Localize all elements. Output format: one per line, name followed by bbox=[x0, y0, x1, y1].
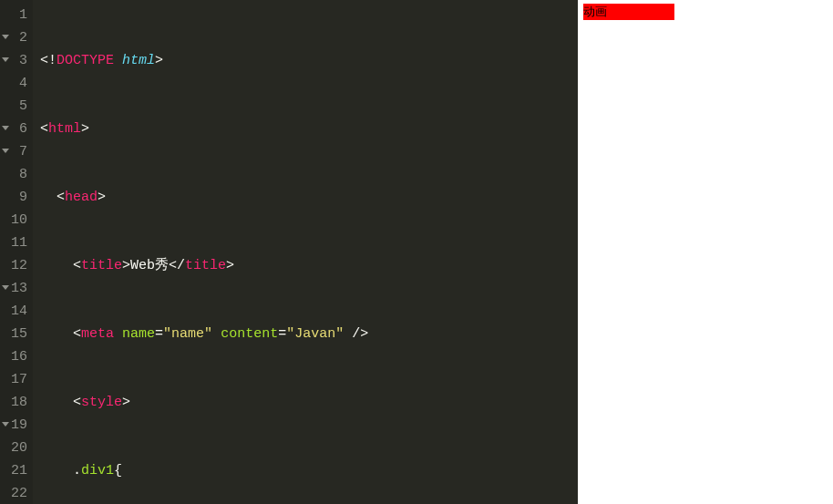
fold-marker-icon[interactable] bbox=[2, 57, 9, 62]
fold-marker-icon[interactable] bbox=[2, 126, 9, 130]
code-line[interactable]: <!DOCTYPE html> bbox=[40, 49, 578, 72]
line-number: 12 bbox=[4, 254, 27, 277]
line-number: 8 bbox=[4, 163, 27, 186]
fold-marker-icon[interactable] bbox=[2, 422, 9, 427]
code-line[interactable]: <style> bbox=[40, 391, 578, 414]
line-number: 15 bbox=[4, 323, 27, 345]
line-number: 9 bbox=[4, 186, 27, 209]
code-area[interactable]: <!DOCTYPE html> <html> <head> <title>Web… bbox=[33, 0, 578, 504]
line-number: 19 bbox=[4, 414, 27, 437]
preview-div1[interactable]: 动画 bbox=[583, 4, 674, 20]
line-number: 2 bbox=[4, 26, 27, 49]
line-number: 3 bbox=[4, 49, 27, 72]
line-number: 18 bbox=[4, 391, 27, 414]
fold-marker-icon[interactable] bbox=[2, 285, 9, 290]
line-number: 17 bbox=[4, 368, 27, 391]
fold-marker-icon[interactable] bbox=[2, 149, 9, 153]
code-line[interactable]: <html> bbox=[40, 118, 578, 140]
line-number: 1 bbox=[4, 4, 27, 26]
fold-marker-icon[interactable] bbox=[2, 35, 9, 39]
code-line[interactable]: <title>Web秀</title> bbox=[40, 254, 578, 277]
line-number: 20 bbox=[4, 437, 27, 459]
line-number: 16 bbox=[4, 345, 27, 368]
code-line[interactable]: .div1{ bbox=[40, 459, 578, 482]
line-number: 13 bbox=[4, 277, 27, 300]
line-number: 14 bbox=[4, 300, 27, 323]
gutter: 1 2 3 4 5 6 7 8 9 10 11 12 13 14 15 16 1… bbox=[0, 0, 33, 504]
line-number: 6 bbox=[4, 118, 27, 140]
line-number: 21 bbox=[4, 459, 27, 482]
line-number: 10 bbox=[4, 209, 27, 231]
code-line[interactable]: <head> bbox=[40, 186, 578, 209]
line-number: 22 bbox=[4, 482, 27, 504]
line-number: 11 bbox=[4, 231, 27, 254]
code-editor[interactable]: 1 2 3 4 5 6 7 8 9 10 11 12 13 14 15 16 1… bbox=[0, 0, 578, 504]
line-number: 7 bbox=[4, 140, 27, 163]
code-line[interactable]: <meta name="name" content="Javan" /> bbox=[40, 323, 578, 345]
line-number: 4 bbox=[4, 72, 27, 95]
line-number: 5 bbox=[4, 95, 27, 118]
preview-pane: 动画 bbox=[578, 0, 833, 504]
